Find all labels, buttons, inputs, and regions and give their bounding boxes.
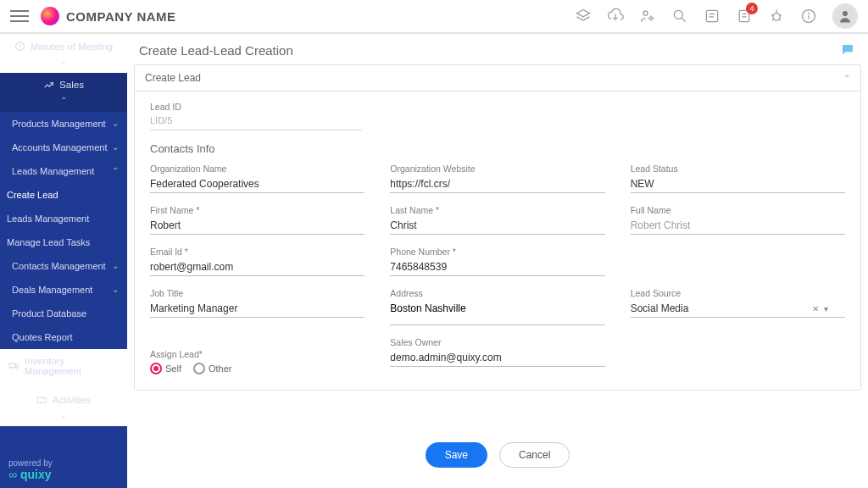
lead-status-input[interactable] <box>631 175 845 193</box>
svg-point-21 <box>843 11 848 16</box>
chevron-down-icon: ⌄ <box>60 410 67 419</box>
brand-name: COMPANY NAME <box>66 9 176 24</box>
sidebar-item-manage-lead-tasks[interactable]: Manage Lead Tasks <box>0 230 127 254</box>
svg-point-3 <box>650 17 653 19</box>
org-name-label: Organization Name <box>150 164 364 174</box>
sidebar-item-label: Quotes Report <box>12 332 73 342</box>
create-lead-panel: Create Lead ⌃ Lead ID LID/5 Contacts Inf… <box>134 64 861 391</box>
last-name-input[interactable] <box>390 217 604 235</box>
address-label: Address <box>390 288 604 298</box>
lead-id-label: Lead ID <box>150 102 845 112</box>
notification-badge: 4 <box>746 3 758 14</box>
svg-rect-23 <box>9 363 15 368</box>
chevron-down-icon[interactable]: ▾ <box>824 304 828 313</box>
sidebar-item-activities[interactable]: Activities ⌄ <box>0 387 127 426</box>
topbar-actions: 4 <box>575 3 858 29</box>
sidebar-item-minutes[interactable]: Minutes of Meeting ⌄ <box>0 34 127 73</box>
svg-line-16 <box>772 19 775 20</box>
chevron-up-icon: ⌃ <box>60 96 67 105</box>
clear-icon[interactable]: ✕ <box>812 304 819 313</box>
address-input[interactable] <box>390 300 604 325</box>
panel-title-bar[interactable]: Create Lead ⌃ <box>135 65 860 92</box>
svg-rect-6 <box>706 10 717 21</box>
download-cloud-icon[interactable] <box>607 8 624 25</box>
note-icon[interactable] <box>704 8 721 25</box>
cancel-button[interactable]: Cancel <box>499 442 570 468</box>
chart-icon <box>43 80 54 91</box>
sidebar-item-quotes-report[interactable]: Quotes Report <box>0 325 127 349</box>
svg-line-5 <box>682 18 686 22</box>
truck-icon <box>8 360 19 371</box>
lead-source-value: Social Media <box>631 302 689 314</box>
sidebar-item-create-lead[interactable]: Create Lead <box>0 183 127 207</box>
powered-label: powered by <box>8 458 119 468</box>
layers-icon[interactable] <box>575 8 592 25</box>
comment-icon[interactable] <box>839 42 856 58</box>
org-site-label: Organization Website <box>390 164 604 174</box>
lead-status-label: Lead Status <box>631 164 845 174</box>
first-name-input[interactable] <box>150 217 364 235</box>
save-button[interactable]: Save <box>426 442 487 468</box>
sidebar-item-products-mgmt[interactable]: Products Management ⌄ <box>0 112 127 136</box>
menu-toggle[interactable] <box>10 7 29 25</box>
info-icon[interactable] <box>800 8 817 25</box>
app-logo <box>41 7 59 25</box>
infinity-icon: ∞ <box>8 468 17 481</box>
powered-by: powered by ∞ quixy <box>0 452 127 488</box>
sidebar-item-label: Products Management <box>12 119 106 129</box>
bug-icon[interactable] <box>768 8 785 25</box>
sidebar-item-deals-mgmt[interactable]: Deals Management ⌄ <box>0 278 127 302</box>
full-name-value: Robert Christ <box>631 217 845 235</box>
sidebar-item-accounts-mgmt[interactable]: Accounts Management ⌄ <box>0 136 127 159</box>
sidebar-item-product-db[interactable]: Product Database <box>0 302 127 325</box>
sidebar-item-label: Create Lead <box>7 190 58 200</box>
sidebar-item-label: Manage Lead Tasks <box>7 237 90 247</box>
svg-point-24 <box>11 367 13 369</box>
phone-input[interactable] <box>390 258 604 276</box>
chevron-down-icon: ⌄ <box>60 57 67 66</box>
sidebar-item-label: Sales <box>59 80 84 90</box>
chevron-down-icon: ⌄ <box>112 142 119 152</box>
search-icon[interactable] <box>671 8 688 25</box>
chevron-down-icon: ⌄ <box>112 261 119 270</box>
org-site-input[interactable] <box>390 175 604 193</box>
sidebar-item-contacts-mgmt[interactable]: Contacts Management ⌄ <box>0 254 127 278</box>
sidebar-item-label: Inventory Management <box>25 356 119 376</box>
panel-title-text: Create Lead <box>145 72 201 84</box>
job-title-label: Job Title <box>150 288 364 298</box>
sidebar-item-sales[interactable]: Sales ⌃ <box>0 73 127 112</box>
page-title: Create Lead-Lead Creation <box>139 43 293 58</box>
job-title-input[interactable] <box>150 300 364 318</box>
lead-source-label: Lead Source <box>631 288 845 298</box>
topbar: COMPANY NAME 4 <box>0 0 868 34</box>
lead-id-value: LID/5 <box>150 114 362 130</box>
sidebar-item-leads-mgmt[interactable]: Leads Management ⌃ <box>0 159 127 183</box>
clock-icon <box>14 41 25 52</box>
email-input[interactable] <box>150 258 364 276</box>
chevron-up-icon: ⌃ <box>843 74 850 83</box>
sidebar-item-label: Activities <box>53 395 91 405</box>
sidebar-item-inventory[interactable]: Inventory Management <box>0 349 127 388</box>
sidebar: Minutes of Meeting ⌄ Sales ⌃ Products Ma… <box>0 34 127 488</box>
first-name-label: First Name * <box>150 205 364 215</box>
assign-other-radio[interactable]: Other <box>193 363 232 374</box>
sidebar-item-leads-mgmt-2[interactable]: Leads Management <box>0 207 127 230</box>
folder-icon <box>36 394 47 405</box>
sidebar-item-label: Product Database <box>12 308 86 319</box>
email-label: Email Id * <box>150 247 364 257</box>
sidebar-item-label: Accounts Management <box>12 142 108 152</box>
notifications-icon[interactable]: 4 <box>736 8 753 25</box>
sales-owner-input[interactable] <box>390 349 604 367</box>
user-avatar[interactable] <box>832 3 858 29</box>
powered-brand: quixy <box>20 468 52 481</box>
main-content: Create Lead-Lead Creation Create Lead ⌃ … <box>127 34 868 488</box>
users-settings-icon[interactable] <box>639 8 656 25</box>
svg-line-17 <box>779 19 782 20</box>
assign-other-label: Other <box>209 363 232 374</box>
full-name-label: Full Name <box>631 205 845 215</box>
lead-source-select[interactable]: Social Media ✕ ▾ <box>631 300 845 318</box>
svg-point-4 <box>674 10 682 19</box>
assign-self-radio[interactable]: Self <box>150 363 181 374</box>
chevron-down-icon: ⌄ <box>112 285 119 294</box>
org-name-input[interactable] <box>150 175 364 193</box>
